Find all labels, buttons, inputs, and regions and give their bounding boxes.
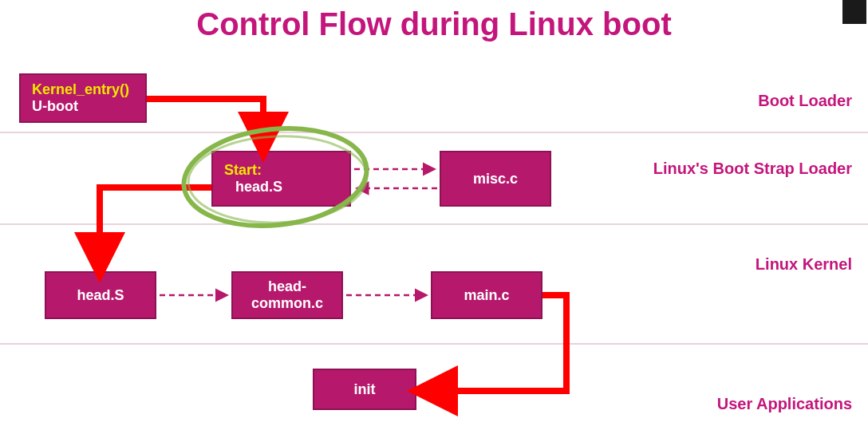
uboot-function: Kernel_entry() bbox=[32, 81, 129, 98]
diagram-overlay bbox=[0, 0, 868, 430]
heads-label: head.S bbox=[224, 179, 282, 195]
page-title: Control Flow during Linux boot bbox=[0, 6, 868, 42]
init-label: init bbox=[354, 381, 376, 398]
box-head-s-kernel: head.S bbox=[45, 271, 156, 319]
box-main-c: main.c bbox=[431, 271, 542, 319]
corner-decoration bbox=[842, 0, 866, 24]
label-bootstrap-loader: Linux's Boot Strap Loader bbox=[653, 160, 852, 178]
mainc-label: main.c bbox=[464, 287, 509, 304]
box-head-s-bsl: Start: head.S bbox=[211, 151, 351, 207]
divider-3 bbox=[0, 343, 868, 345]
box-misc: misc.c bbox=[440, 151, 551, 207]
heads-kernel-label: head.S bbox=[77, 287, 124, 304]
uboot-label: U-boot bbox=[32, 98, 78, 115]
heads-start: Start: bbox=[224, 162, 262, 179]
label-user-applications: User Applications bbox=[717, 395, 852, 413]
headcommon-line2: common.c bbox=[251, 295, 323, 312]
label-linux-kernel: Linux Kernel bbox=[756, 255, 852, 274]
headcommon-line1: head- bbox=[268, 278, 306, 295]
divider-1 bbox=[0, 132, 868, 133]
box-head-common: head- common.c bbox=[231, 271, 343, 319]
divider-2 bbox=[0, 223, 868, 225]
box-uboot: Kernel_entry() U-boot bbox=[19, 73, 147, 123]
label-boot-loader: Boot Loader bbox=[758, 92, 852, 110]
box-init: init bbox=[313, 369, 416, 410]
misc-label: misc.c bbox=[473, 171, 518, 187]
